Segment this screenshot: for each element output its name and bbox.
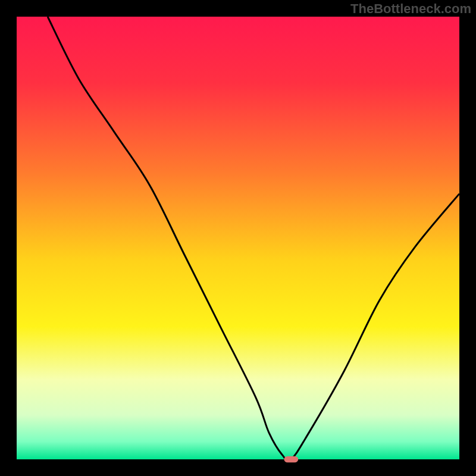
optimal-marker (284, 456, 298, 462)
attribution-label: TheBottleneck.com (350, 1, 471, 17)
chart-frame: TheBottleneck.com (0, 0, 476, 476)
bottleneck-chart (0, 0, 476, 476)
plot-background (17, 17, 459, 459)
